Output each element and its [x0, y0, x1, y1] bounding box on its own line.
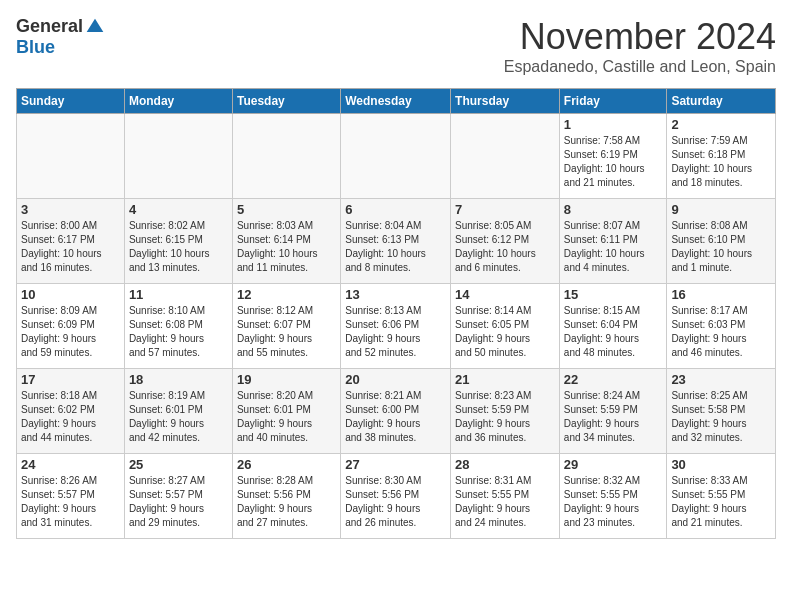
- day-info: Sunrise: 8:17 AM Sunset: 6:03 PM Dayligh…: [671, 304, 771, 360]
- day-number: 18: [129, 372, 228, 387]
- day-number: 14: [455, 287, 555, 302]
- location-title: Espadanedo, Castille and Leon, Spain: [504, 58, 776, 76]
- day-info: Sunrise: 8:10 AM Sunset: 6:08 PM Dayligh…: [129, 304, 228, 360]
- day-info: Sunrise: 8:21 AM Sunset: 6:00 PM Dayligh…: [345, 389, 446, 445]
- calendar-cell: [124, 114, 232, 199]
- day-info: Sunrise: 8:09 AM Sunset: 6:09 PM Dayligh…: [21, 304, 120, 360]
- calendar-cell: 7Sunrise: 8:05 AM Sunset: 6:12 PM Daylig…: [451, 199, 560, 284]
- day-info: Sunrise: 8:14 AM Sunset: 6:05 PM Dayligh…: [455, 304, 555, 360]
- weekday-header-thursday: Thursday: [451, 89, 560, 114]
- calendar-cell: 17Sunrise: 8:18 AM Sunset: 6:02 PM Dayli…: [17, 369, 125, 454]
- calendar-cell: 15Sunrise: 8:15 AM Sunset: 6:04 PM Dayli…: [559, 284, 667, 369]
- day-info: Sunrise: 8:32 AM Sunset: 5:55 PM Dayligh…: [564, 474, 663, 530]
- calendar-cell: 26Sunrise: 8:28 AM Sunset: 5:56 PM Dayli…: [232, 454, 340, 539]
- day-number: 2: [671, 117, 771, 132]
- day-info: Sunrise: 7:59 AM Sunset: 6:18 PM Dayligh…: [671, 134, 771, 190]
- calendar-cell: 3Sunrise: 8:00 AM Sunset: 6:17 PM Daylig…: [17, 199, 125, 284]
- day-number: 9: [671, 202, 771, 217]
- day-number: 23: [671, 372, 771, 387]
- day-number: 29: [564, 457, 663, 472]
- day-info: Sunrise: 8:31 AM Sunset: 5:55 PM Dayligh…: [455, 474, 555, 530]
- calendar-cell: [17, 114, 125, 199]
- calendar-cell: 23Sunrise: 8:25 AM Sunset: 5:58 PM Dayli…: [667, 369, 776, 454]
- day-info: Sunrise: 8:15 AM Sunset: 6:04 PM Dayligh…: [564, 304, 663, 360]
- day-info: Sunrise: 8:05 AM Sunset: 6:12 PM Dayligh…: [455, 219, 555, 275]
- day-info: Sunrise: 8:20 AM Sunset: 6:01 PM Dayligh…: [237, 389, 336, 445]
- day-number: 10: [21, 287, 120, 302]
- calendar-cell: 10Sunrise: 8:09 AM Sunset: 6:09 PM Dayli…: [17, 284, 125, 369]
- month-title: November 2024: [504, 16, 776, 58]
- logo-icon: [85, 17, 105, 37]
- day-info: Sunrise: 8:02 AM Sunset: 6:15 PM Dayligh…: [129, 219, 228, 275]
- calendar-week-row: 3Sunrise: 8:00 AM Sunset: 6:17 PM Daylig…: [17, 199, 776, 284]
- day-number: 12: [237, 287, 336, 302]
- day-number: 3: [21, 202, 120, 217]
- calendar-cell: 2Sunrise: 7:59 AM Sunset: 6:18 PM Daylig…: [667, 114, 776, 199]
- calendar-cell: 4Sunrise: 8:02 AM Sunset: 6:15 PM Daylig…: [124, 199, 232, 284]
- calendar-week-row: 24Sunrise: 8:26 AM Sunset: 5:57 PM Dayli…: [17, 454, 776, 539]
- day-number: 17: [21, 372, 120, 387]
- day-number: 11: [129, 287, 228, 302]
- day-number: 6: [345, 202, 446, 217]
- logo: General Blue: [16, 16, 105, 58]
- day-info: Sunrise: 8:19 AM Sunset: 6:01 PM Dayligh…: [129, 389, 228, 445]
- calendar-cell: 28Sunrise: 8:31 AM Sunset: 5:55 PM Dayli…: [451, 454, 560, 539]
- logo-general-text: General: [16, 16, 83, 37]
- day-number: 5: [237, 202, 336, 217]
- weekday-header-tuesday: Tuesday: [232, 89, 340, 114]
- calendar-cell: 25Sunrise: 8:27 AM Sunset: 5:57 PM Dayli…: [124, 454, 232, 539]
- day-number: 26: [237, 457, 336, 472]
- day-info: Sunrise: 8:13 AM Sunset: 6:06 PM Dayligh…: [345, 304, 446, 360]
- day-info: Sunrise: 8:18 AM Sunset: 6:02 PM Dayligh…: [21, 389, 120, 445]
- weekday-header-wednesday: Wednesday: [341, 89, 451, 114]
- day-info: Sunrise: 8:08 AM Sunset: 6:10 PM Dayligh…: [671, 219, 771, 275]
- svg-marker-0: [87, 18, 104, 31]
- day-number: 24: [21, 457, 120, 472]
- day-info: Sunrise: 8:25 AM Sunset: 5:58 PM Dayligh…: [671, 389, 771, 445]
- calendar-cell: 1Sunrise: 7:58 AM Sunset: 6:19 PM Daylig…: [559, 114, 667, 199]
- day-info: Sunrise: 8:07 AM Sunset: 6:11 PM Dayligh…: [564, 219, 663, 275]
- calendar-week-row: 17Sunrise: 8:18 AM Sunset: 6:02 PM Dayli…: [17, 369, 776, 454]
- day-info: Sunrise: 8:28 AM Sunset: 5:56 PM Dayligh…: [237, 474, 336, 530]
- weekday-header-sunday: Sunday: [17, 89, 125, 114]
- calendar-cell: 6Sunrise: 8:04 AM Sunset: 6:13 PM Daylig…: [341, 199, 451, 284]
- weekday-header-monday: Monday: [124, 89, 232, 114]
- day-number: 21: [455, 372, 555, 387]
- calendar-week-row: 1Sunrise: 7:58 AM Sunset: 6:19 PM Daylig…: [17, 114, 776, 199]
- day-info: Sunrise: 8:30 AM Sunset: 5:56 PM Dayligh…: [345, 474, 446, 530]
- weekday-header-saturday: Saturday: [667, 89, 776, 114]
- day-number: 28: [455, 457, 555, 472]
- day-number: 20: [345, 372, 446, 387]
- calendar-cell: 13Sunrise: 8:13 AM Sunset: 6:06 PM Dayli…: [341, 284, 451, 369]
- day-info: Sunrise: 8:04 AM Sunset: 6:13 PM Dayligh…: [345, 219, 446, 275]
- calendar-cell: 27Sunrise: 8:30 AM Sunset: 5:56 PM Dayli…: [341, 454, 451, 539]
- day-info: Sunrise: 8:24 AM Sunset: 5:59 PM Dayligh…: [564, 389, 663, 445]
- day-info: Sunrise: 8:12 AM Sunset: 6:07 PM Dayligh…: [237, 304, 336, 360]
- calendar-cell: 22Sunrise: 8:24 AM Sunset: 5:59 PM Dayli…: [559, 369, 667, 454]
- calendar-cell: 20Sunrise: 8:21 AM Sunset: 6:00 PM Dayli…: [341, 369, 451, 454]
- calendar-cell: [451, 114, 560, 199]
- day-info: Sunrise: 8:00 AM Sunset: 6:17 PM Dayligh…: [21, 219, 120, 275]
- day-number: 30: [671, 457, 771, 472]
- calendar-cell: 11Sunrise: 8:10 AM Sunset: 6:08 PM Dayli…: [124, 284, 232, 369]
- weekday-header-row: SundayMondayTuesdayWednesdayThursdayFrid…: [17, 89, 776, 114]
- day-number: 1: [564, 117, 663, 132]
- calendar-cell: [341, 114, 451, 199]
- calendar-cell: 14Sunrise: 8:14 AM Sunset: 6:05 PM Dayli…: [451, 284, 560, 369]
- calendar-cell: 21Sunrise: 8:23 AM Sunset: 5:59 PM Dayli…: [451, 369, 560, 454]
- day-number: 8: [564, 202, 663, 217]
- calendar-cell: 19Sunrise: 8:20 AM Sunset: 6:01 PM Dayli…: [232, 369, 340, 454]
- calendar-cell: 29Sunrise: 8:32 AM Sunset: 5:55 PM Dayli…: [559, 454, 667, 539]
- day-number: 19: [237, 372, 336, 387]
- day-info: Sunrise: 8:33 AM Sunset: 5:55 PM Dayligh…: [671, 474, 771, 530]
- day-number: 22: [564, 372, 663, 387]
- day-number: 25: [129, 457, 228, 472]
- calendar-cell: 24Sunrise: 8:26 AM Sunset: 5:57 PM Dayli…: [17, 454, 125, 539]
- day-info: Sunrise: 8:26 AM Sunset: 5:57 PM Dayligh…: [21, 474, 120, 530]
- day-info: Sunrise: 8:03 AM Sunset: 6:14 PM Dayligh…: [237, 219, 336, 275]
- calendar-cell: 5Sunrise: 8:03 AM Sunset: 6:14 PM Daylig…: [232, 199, 340, 284]
- logo-blue-text: Blue: [16, 37, 55, 58]
- calendar-week-row: 10Sunrise: 8:09 AM Sunset: 6:09 PM Dayli…: [17, 284, 776, 369]
- calendar-cell: 9Sunrise: 8:08 AM Sunset: 6:10 PM Daylig…: [667, 199, 776, 284]
- title-block: November 2024 Espadanedo, Castille and L…: [504, 16, 776, 76]
